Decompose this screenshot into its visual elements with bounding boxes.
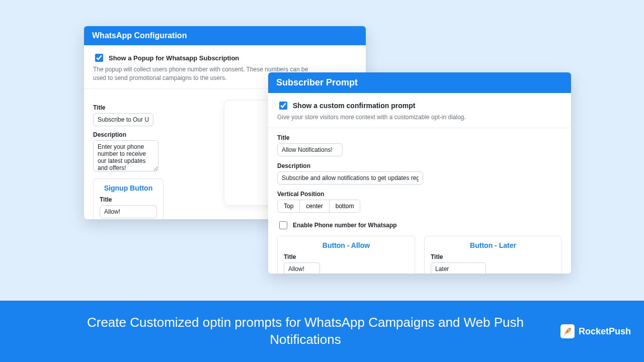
whatsapp-config-header: WhatsApp Configuration xyxy=(84,26,366,45)
sub-title-label: Title xyxy=(277,134,562,141)
vpos-bottom[interactable]: bottom xyxy=(330,200,360,212)
button-allow-card: Button - Allow Title xyxy=(277,236,415,274)
vpos-label: Vertical Position xyxy=(277,191,562,198)
vpos-top[interactable]: Top xyxy=(278,200,300,212)
button-allow-title-label: Title xyxy=(284,253,409,260)
rocketpush-logo-icon xyxy=(560,324,575,338)
enable-phone-label: Enable Phone number for Whatsapp xyxy=(293,222,397,229)
signup-button-card: Signup Button Title Background Color #00… xyxy=(93,178,164,219)
show-popup-label: Show a Popup for Whatsapp Subscription xyxy=(109,54,239,62)
wa-desc-textarea[interactable]: Enter your phone number to receive our l… xyxy=(93,140,158,171)
show-popup-checkbox[interactable] xyxy=(95,54,103,62)
button-later-header: Button - Later xyxy=(431,241,555,249)
sub-desc-input[interactable] xyxy=(277,171,423,185)
signup-title-input[interactable] xyxy=(100,205,157,218)
subscriber-prompt-header: Subscriber Prompt xyxy=(268,72,571,93)
signup-button-header: Signup Button xyxy=(100,184,157,192)
button-pair: Button - Allow Title Button - Later Titl… xyxy=(277,236,562,274)
footer-brand: RocketPush xyxy=(560,324,644,338)
wa-desc-label: Description xyxy=(93,131,164,138)
subscriber-prompt-card: Subscriber Prompt Show a custom confirma… xyxy=(268,72,571,274)
whatsapp-form-column: Title Description Enter your phone numbe… xyxy=(93,100,164,219)
sub-desc-label: Description xyxy=(277,162,562,169)
stage: WhatsApp Configuration Show a Popup for … xyxy=(0,0,644,362)
wa-title-label: Title xyxy=(93,104,164,111)
custom-prompt-label: Show a custom confirmation prompt xyxy=(293,102,415,110)
svg-point-1 xyxy=(568,329,570,331)
button-allow-title-input[interactable] xyxy=(284,262,320,274)
footer-brand-text: RocketPush xyxy=(579,326,631,337)
button-later-card: Button - Later Title xyxy=(424,236,562,274)
sub-title-input[interactable] xyxy=(277,143,343,156)
vpos-center[interactable]: center xyxy=(300,200,329,212)
custom-prompt-checkbox[interactable] xyxy=(279,102,287,110)
divider xyxy=(268,128,571,128)
custom-prompt-subtext: Give your store visitors more context wi… xyxy=(277,113,562,122)
signup-title-label: Title xyxy=(100,196,157,203)
enable-phone-checkbox[interactable] xyxy=(279,221,287,229)
vpos-segmented: Top center bottom xyxy=(277,200,360,213)
footer-tagline: Create Customized optin prompts for What… xyxy=(0,314,560,348)
button-later-title-input[interactable] xyxy=(431,262,486,274)
button-later-title-label: Title xyxy=(431,253,555,260)
wa-title-input[interactable] xyxy=(93,113,153,126)
footer-banner: Create Customized optin prompts for What… xyxy=(0,301,644,362)
button-allow-header: Button - Allow xyxy=(284,241,409,249)
